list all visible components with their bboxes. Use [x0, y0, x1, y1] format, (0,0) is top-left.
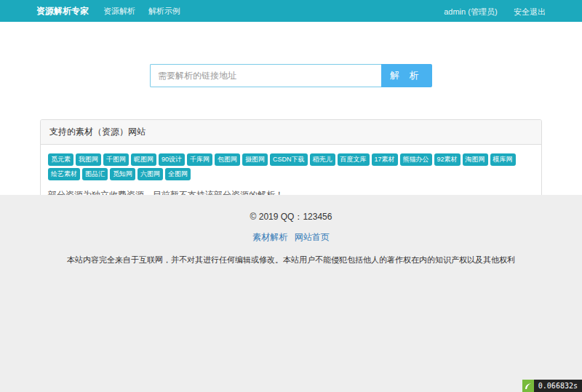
site-badge[interactable]: 百度文库 — [338, 153, 370, 166]
search-bar: 解 析 — [0, 64, 582, 87]
disclaimer-text: 本站内容完全来自于互联网，并不对其进行任何编辑或修改。本站用户不能侵犯包括他人的… — [0, 255, 582, 265]
site-badge[interactable]: 六图网 — [137, 168, 163, 180]
footer-links: 素材解析 网站首页 — [0, 231, 582, 244]
site-badge[interactable]: 92素材 — [434, 153, 461, 166]
site-badge[interactable]: 包图网 — [215, 153, 240, 166]
nav-item-parse[interactable]: 资源解析 — [103, 6, 135, 17]
debug-leaf-icon — [522, 380, 534, 392]
site-badge[interactable]: 17素材 — [372, 153, 398, 166]
brand-title[interactable]: 资源解析专家 — [36, 5, 89, 17]
copyright-text: © 2019 QQ：123456 — [0, 211, 582, 223]
site-badge[interactable]: 绘艺素材 — [48, 168, 80, 180]
debug-time-badge[interactable]: 0.066832s — [522, 380, 582, 392]
site-badge[interactable]: 我图网 — [76, 153, 101, 166]
render-time: 0.066832s — [534, 380, 582, 392]
site-badge[interactable]: 熊猫办公 — [400, 153, 432, 166]
footer: © 2019 QQ：123456 素材解析 网站首页 本站内容完全来自于互联网，… — [0, 195, 582, 392]
site-badge[interactable]: 觅元素 — [48, 153, 73, 166]
site-badge[interactable]: CSDN下载 — [270, 153, 308, 166]
site-badge[interactable]: 千库网 — [187, 153, 212, 166]
nav-item-admin[interactable]: admin (管理员) — [444, 7, 497, 16]
site-badge[interactable]: 淘图网 — [463, 153, 488, 166]
footer-link-parse[interactable]: 素材解析 — [252, 232, 287, 242]
site-badge[interactable]: 90设计 — [159, 153, 185, 166]
nav-item-examples[interactable]: 解析示例 — [148, 6, 180, 17]
site-badge[interactable]: 千图网 — [103, 153, 129, 166]
nav-item-logout[interactable]: 安全退出 — [514, 7, 546, 16]
footer-link-home[interactable]: 网站首页 — [295, 232, 330, 242]
site-badge[interactable]: 模库网 — [490, 153, 516, 166]
site-badge[interactable]: 全图网 — [165, 168, 191, 180]
site-badge[interactable]: 摄图网 — [242, 153, 268, 166]
parse-url-input[interactable] — [150, 64, 381, 87]
navbar: 资源解析专家 资源解析 解析示例 admin (管理员) 安全退出 — [0, 0, 582, 22]
site-badges: 觅元素我图网千图网昵图网90设计千库网包图网摄图网CSDN下载稻壳儿百度文库17… — [48, 153, 534, 180]
site-badge[interactable]: 稻壳儿 — [310, 153, 335, 166]
panel-title: 支持的素材（资源）网站 — [41, 120, 541, 145]
navbar-right: admin (管理员) 安全退出 — [431, 4, 546, 17]
site-badge[interactable]: 觅知网 — [110, 168, 135, 180]
parse-button[interactable]: 解 析 — [381, 64, 432, 87]
site-badge[interactable]: 昵图网 — [131, 153, 156, 166]
site-badge[interactable]: 图品汇 — [82, 168, 108, 180]
